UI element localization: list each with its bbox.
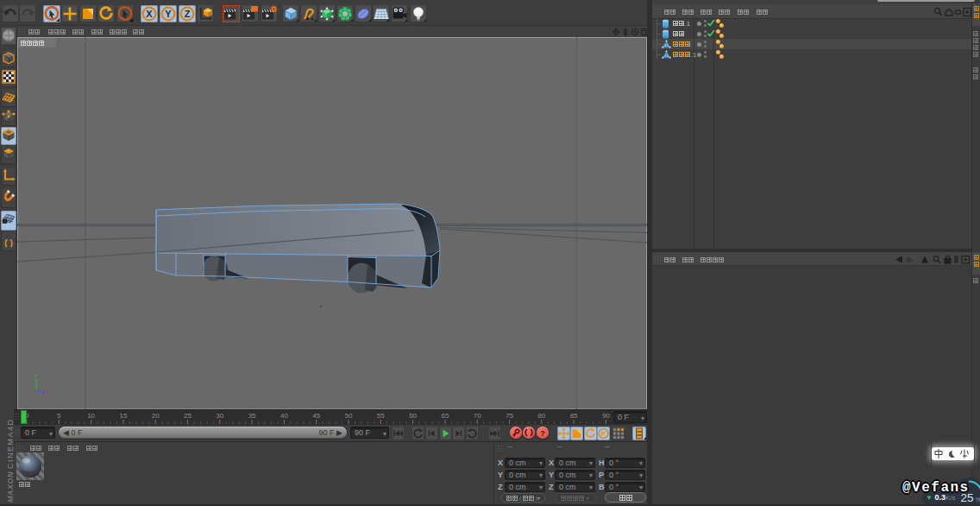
svg-text:10: 10 (87, 412, 95, 420)
svg-text:85: 85 (570, 412, 578, 420)
svg-text:45: 45 (312, 412, 320, 420)
svg-text:P: P (601, 430, 606, 438)
svg-text:40: 40 (280, 412, 288, 420)
svg-text:X: X (146, 9, 153, 19)
svg-text:Y: Y (34, 373, 38, 379)
svg-text:30: 30 (216, 412, 223, 420)
svg-text:25: 25 (184, 412, 192, 420)
svg-text:-z: -z (39, 390, 43, 395)
svg-text:90: 90 (602, 412, 610, 420)
svg-text:75: 75 (506, 412, 513, 420)
svg-text:70: 70 (474, 412, 481, 420)
svg-text:%: % (976, 496, 980, 503)
svg-text:65: 65 (441, 412, 449, 420)
svg-text:5: 5 (57, 412, 61, 420)
svg-text:20: 20 (152, 412, 160, 420)
svg-text:(): () (3, 239, 14, 248)
svg-text:?: ? (540, 428, 545, 438)
svg-text:35: 35 (248, 412, 256, 420)
svg-text:Y: Y (165, 9, 172, 19)
svg-text:x: x (47, 389, 51, 395)
svg-text:55: 55 (377, 412, 385, 420)
svg-text:60: 60 (409, 412, 417, 420)
svg-text:Z: Z (185, 9, 191, 19)
svg-text:50: 50 (345, 412, 353, 420)
svg-text:80: 80 (537, 412, 545, 420)
svg-text:15: 15 (119, 412, 127, 420)
